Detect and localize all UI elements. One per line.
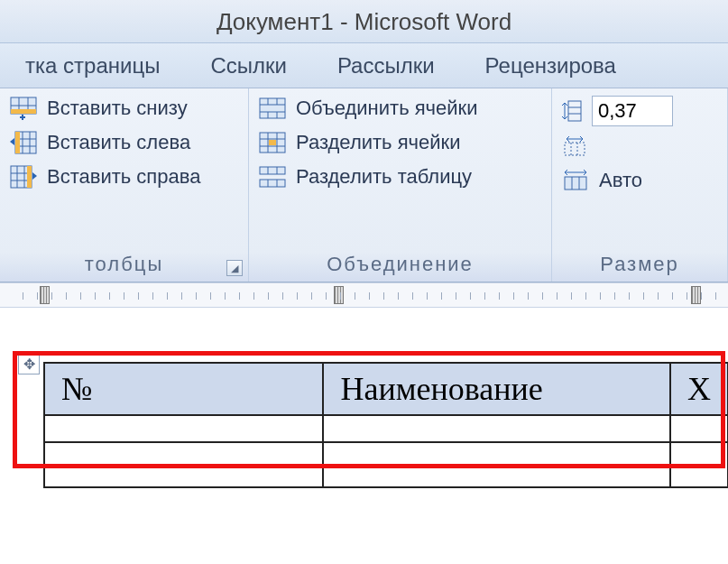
autofit-button[interactable]: Авто <box>561 168 718 193</box>
table-header-cell[interactable]: Х <box>670 363 728 415</box>
svg-rect-17 <box>260 98 285 118</box>
group-rows-cols-label: толбцы <box>9 247 239 278</box>
insert-right-button[interactable]: Вставить справа <box>9 164 239 190</box>
svg-rect-29 <box>269 140 276 145</box>
document-area[interactable]: ✥ № Наименование Х <box>0 308 728 488</box>
insert-right-label: Вставить справа <box>47 165 200 189</box>
tab-mailings[interactable]: Рассылки <box>312 43 460 88</box>
svg-rect-39 <box>565 143 585 155</box>
tab-references[interactable]: Ссылки <box>185 43 312 88</box>
tab-page-layout[interactable]: тка страницы <box>0 43 185 88</box>
row-height-icon <box>561 97 585 125</box>
split-cells-button[interactable]: Разделить ячейки <box>258 130 542 155</box>
table-row[interactable] <box>44 415 728 442</box>
table-header-cell[interactable]: № <box>44 363 323 415</box>
svg-rect-36 <box>568 101 581 121</box>
tab-review[interactable]: Рецензирова <box>460 43 641 88</box>
ribbon: Вставить снизу Вставить слева Вставить с… <box>0 88 728 282</box>
svg-rect-42 <box>565 177 586 190</box>
insert-left-button[interactable]: Вставить слева <box>9 130 239 155</box>
merge-cells-icon <box>258 96 287 121</box>
table-row[interactable] <box>44 442 728 487</box>
table-header-row[interactable]: № Наименование Х <box>44 363 728 415</box>
autofit-label: Авто <box>599 169 642 192</box>
svg-rect-10 <box>15 132 20 153</box>
insert-below-label: Вставить снизу <box>47 97 188 120</box>
document-table[interactable]: № Наименование Х <box>43 362 728 488</box>
autofit-icon <box>561 168 590 193</box>
table-move-handle[interactable]: ✥ <box>18 353 40 374</box>
svg-rect-4 <box>11 109 36 114</box>
ribbon-tabs: тка страницы Ссылки Рассылки Рецензирова <box>0 43 728 88</box>
table-cell[interactable] <box>44 442 323 487</box>
window-title: Документ1 - Microsoft Word <box>0 0 728 43</box>
table-cell[interactable] <box>323 415 670 442</box>
split-cells-label: Разделить ячейки <box>296 131 460 154</box>
group-merge-label: Объединение <box>258 247 542 278</box>
table-cell[interactable] <box>44 415 323 442</box>
svg-rect-31 <box>260 180 285 187</box>
col-width-icon <box>561 135 588 159</box>
merge-cells-label: Объединить ячейки <box>296 97 478 120</box>
insert-left-label: Вставить слева <box>47 131 190 154</box>
insert-left-icon <box>9 130 38 155</box>
horizontal-ruler[interactable] <box>0 282 728 308</box>
group-size-label: Размер <box>561 247 718 278</box>
table-cell[interactable] <box>323 442 670 487</box>
row-height-input[interactable]: 0,37 <box>592 96 673 126</box>
table-cell[interactable] <box>670 415 728 442</box>
split-table-label: Разделить таблицу <box>296 165 472 189</box>
insert-right-icon <box>9 164 38 190</box>
split-table-icon <box>258 164 287 190</box>
split-table-button[interactable]: Разделить таблицу <box>258 164 542 190</box>
dialog-launcher-icon[interactable]: ◢ <box>226 260 243 276</box>
merge-cells-button[interactable]: Объединить ячейки <box>258 96 542 121</box>
table-cell[interactable] <box>670 442 728 487</box>
svg-rect-16 <box>27 166 32 188</box>
svg-rect-30 <box>260 167 285 174</box>
insert-below-button[interactable]: Вставить снизу <box>9 96 239 121</box>
insert-below-icon <box>9 96 38 121</box>
split-cells-icon <box>258 130 287 155</box>
table-header-cell[interactable]: Наименование <box>323 363 670 415</box>
